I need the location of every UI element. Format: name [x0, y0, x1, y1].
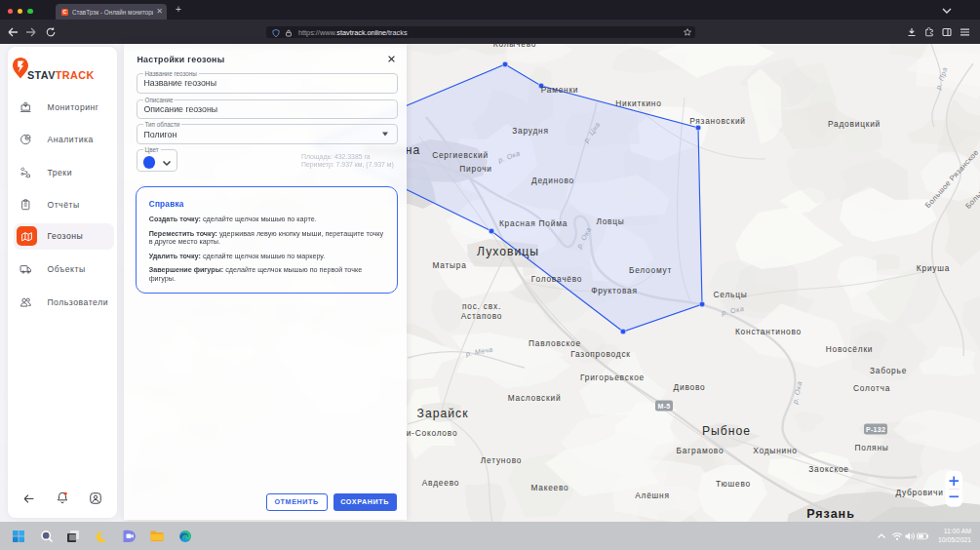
- svg-text:Баграмово: Баграмово: [677, 446, 725, 455]
- svg-text:Масловский: Масловский: [508, 393, 562, 403]
- svg-text:Красная Пойма: Красная Пойма: [499, 218, 568, 228]
- svg-text:Павловское: Павловское: [529, 338, 581, 348]
- svg-text:Головачёво: Головачёво: [531, 274, 583, 284]
- svg-text:Заокское: Заокское: [808, 464, 848, 474]
- svg-text:Ловцы: Ловцы: [596, 216, 624, 226]
- svg-text:Сельцы: Сельцы: [713, 290, 747, 299]
- svg-text:Тюшево: Тюшево: [716, 479, 751, 489]
- svg-text:Колычёво: Колычёво: [493, 44, 536, 49]
- svg-text:Ходынино: Ходынино: [753, 446, 798, 455]
- svg-text:Белоомут: Белоомут: [629, 265, 672, 275]
- svg-text:Дивово: Дивово: [674, 382, 706, 392]
- svg-text:Григорьевское: Григорьевское: [580, 373, 645, 382]
- svg-text:Матыра: Матыра: [432, 260, 466, 270]
- svg-text:Макеево: Макеево: [530, 483, 568, 492]
- svg-text:Рязань: Рязань: [806, 507, 855, 521]
- svg-text:Заборье: Заборье: [870, 366, 907, 375]
- svg-text:Зарудня: Зарудня: [512, 126, 549, 136]
- svg-text:Фруктовая: Фруктовая: [591, 286, 638, 295]
- svg-text:и-Соколово: и-Соколово: [407, 428, 458, 438]
- svg-text:М-5: М-5: [658, 403, 671, 410]
- svg-text:Дубровичи: Дубровичи: [895, 488, 943, 497]
- svg-text:Р-132: Р-132: [866, 426, 885, 433]
- svg-text:Раменки: Раменки: [541, 85, 579, 95]
- svg-text:Никиткино: Никиткино: [615, 98, 661, 108]
- svg-text:Рыбное: Рыбное: [702, 424, 751, 438]
- svg-text:Константиново: Константиново: [735, 327, 802, 336]
- svg-text:Новосёлки: Новосёлки: [826, 344, 874, 354]
- svg-text:пос. свх.: пос. свх.: [462, 301, 501, 311]
- svg-text:Криуша: Криуша: [917, 263, 950, 273]
- svg-text:Зарайск: Зарайск: [417, 407, 469, 420]
- svg-text:Алёшня: Алёшня: [635, 491, 670, 500]
- svg-text:Летуново: Летуново: [481, 455, 522, 465]
- svg-text:Дединово: Дединово: [531, 176, 574, 185]
- svg-text:Луховицы: Луховицы: [477, 245, 539, 258]
- svg-text:Поляны: Поляны: [854, 443, 888, 452]
- svg-text:Астапово: Астапово: [461, 311, 502, 321]
- svg-text:Газопроводск: Газопроводск: [570, 349, 631, 359]
- svg-text:Авдеево: Авдеево: [422, 478, 459, 488]
- svg-text:Рязановский: Рязановский: [689, 116, 746, 126]
- svg-text:Пирочи: Пирочи: [459, 164, 491, 174]
- svg-text:Солотча: Солотча: [853, 383, 890, 393]
- svg-text:Сергиевский: Сергиевский: [432, 150, 489, 160]
- svg-text:Радовицкий: Радовицкий: [828, 119, 881, 129]
